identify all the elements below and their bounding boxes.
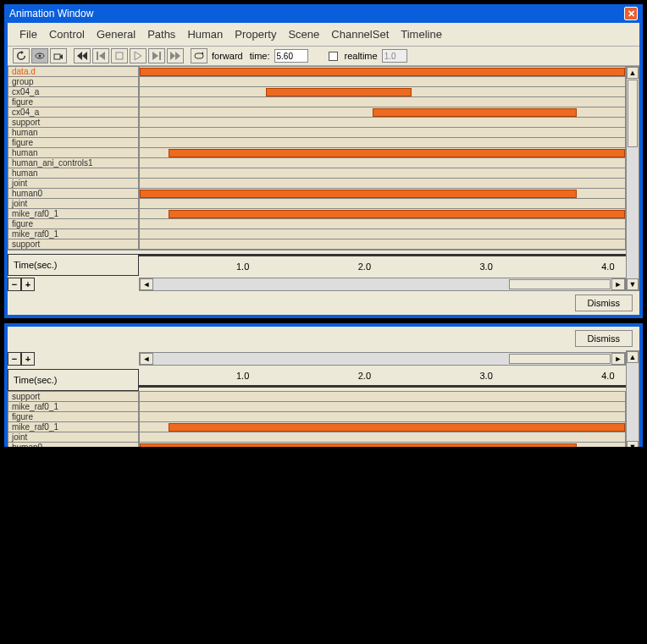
scroll-left-icon[interactable]: ◄ bbox=[140, 278, 153, 290]
timeline-row[interactable] bbox=[140, 432, 625, 443]
clip-bar[interactable] bbox=[140, 443, 577, 448]
timeline-area[interactable] bbox=[139, 66, 626, 250]
timeline-row[interactable] bbox=[140, 239, 625, 250]
h-scrollbar-2[interactable]: ◄ ► bbox=[139, 352, 626, 366]
speed-input[interactable] bbox=[382, 49, 407, 63]
menu-scene[interactable]: Scene bbox=[283, 26, 324, 42]
track-label[interactable]: figure bbox=[8, 219, 138, 229]
clip-bar[interactable] bbox=[169, 149, 625, 157]
track-label[interactable]: joint bbox=[8, 432, 138, 443]
timeline-row[interactable] bbox=[140, 179, 625, 189]
track-label[interactable]: joint bbox=[8, 199, 138, 209]
camera-icon[interactable] bbox=[50, 48, 67, 63]
timeline-row[interactable] bbox=[140, 128, 625, 138]
scroll-down-icon[interactable]: ▼ bbox=[627, 278, 639, 290]
track-label[interactable]: figure bbox=[8, 97, 138, 107]
timeline-row[interactable] bbox=[140, 229, 625, 239]
realtime-checkbox[interactable] bbox=[329, 52, 338, 61]
timeline-row[interactable] bbox=[140, 412, 625, 422]
scroll-right-icon[interactable]: ► bbox=[611, 278, 625, 290]
track-label[interactable]: cx04_a bbox=[8, 107, 138, 118]
menu-human[interactable]: Human bbox=[182, 26, 228, 42]
track-label[interactable]: mike_raf0_1 bbox=[8, 209, 138, 219]
menu-control[interactable]: Control bbox=[44, 26, 90, 42]
v-scrollbar[interactable]: ▲ ▼ bbox=[626, 66, 639, 291]
track-label[interactable]: support bbox=[8, 392, 138, 402]
eye-icon[interactable] bbox=[31, 48, 48, 63]
timeline-row[interactable] bbox=[140, 77, 625, 87]
timeline-row[interactable] bbox=[140, 107, 625, 118]
timeline-row[interactable] bbox=[140, 87, 625, 97]
play-icon[interactable] bbox=[130, 48, 147, 63]
track-label[interactable]: human bbox=[8, 128, 138, 138]
menu-property[interactable]: Property bbox=[229, 26, 281, 42]
menu-general[interactable]: General bbox=[91, 26, 141, 42]
zoom-out-button[interactable]: − bbox=[8, 278, 21, 291]
dismiss-button[interactable]: Dismiss bbox=[575, 294, 633, 311]
timeline-row[interactable] bbox=[140, 148, 625, 158]
scroll-left-icon-2[interactable]: ◄ bbox=[140, 353, 153, 365]
refresh-icon[interactable] bbox=[13, 48, 30, 63]
h-scrollbar[interactable]: ◄ ► bbox=[139, 278, 626, 291]
track-label[interactable]: group bbox=[8, 77, 138, 87]
clip-bar[interactable] bbox=[169, 210, 625, 218]
timeline-area-2[interactable] bbox=[139, 391, 626, 448]
track-label[interactable]: human bbox=[8, 148, 138, 158]
menu-paths[interactable]: Paths bbox=[142, 26, 180, 42]
titlebar[interactable]: Animation Window ✕ bbox=[4, 4, 643, 23]
scroll-down-icon-2[interactable]: ▼ bbox=[627, 441, 639, 448]
scroll-right-icon-2[interactable]: ► bbox=[611, 353, 625, 365]
menu-file[interactable]: File bbox=[14, 26, 42, 42]
timeline-row[interactable] bbox=[140, 189, 625, 199]
track-label[interactable]: cx04_a bbox=[8, 87, 138, 97]
scroll-up-icon[interactable]: ▲ bbox=[627, 67, 639, 79]
track-label[interactable]: mike_raf0_1 bbox=[8, 422, 138, 432]
timeline-row[interactable] bbox=[140, 118, 625, 128]
menu-channelset[interactable]: ChannelSet bbox=[326, 26, 394, 42]
track-label[interactable]: human_ani_controls1 bbox=[8, 158, 138, 168]
close-icon[interactable]: ✕ bbox=[624, 7, 638, 20]
scroll-up-icon-2[interactable]: ▲ bbox=[627, 351, 639, 363]
step-fwd-icon[interactable] bbox=[148, 48, 165, 63]
track-label[interactable]: human bbox=[8, 168, 138, 179]
zoom-out-button-2[interactable]: − bbox=[8, 352, 21, 366]
timeline-row[interactable] bbox=[140, 402, 625, 412]
clip-bar[interactable] bbox=[266, 88, 412, 96]
timeline-row[interactable] bbox=[140, 158, 625, 168]
scroll-thumb[interactable] bbox=[628, 80, 638, 147]
timeline-row[interactable] bbox=[140, 392, 625, 402]
clip-bar[interactable] bbox=[140, 190, 577, 198]
timeline-row[interactable] bbox=[140, 422, 625, 432]
loop-icon[interactable] bbox=[191, 48, 207, 63]
track-label[interactable]: joint bbox=[8, 179, 138, 189]
clip-bar[interactable] bbox=[169, 423, 625, 432]
track-label[interactable]: figure bbox=[8, 412, 138, 422]
ffwd-icon[interactable] bbox=[167, 48, 184, 63]
zoom-in-button[interactable]: + bbox=[21, 278, 35, 291]
time-input[interactable] bbox=[274, 49, 308, 63]
track-label[interactable]: data.d bbox=[8, 67, 138, 77]
timeline-row[interactable] bbox=[140, 168, 625, 179]
track-label[interactable]: figure bbox=[8, 138, 138, 148]
timeline-row[interactable] bbox=[140, 209, 625, 219]
timeline-row[interactable] bbox=[140, 219, 625, 229]
scroll-thumb-2[interactable] bbox=[509, 354, 611, 364]
track-label[interactable]: mike_raf0_1 bbox=[8, 229, 138, 239]
clip-bar[interactable] bbox=[140, 68, 625, 76]
timeline-row[interactable] bbox=[140, 138, 625, 148]
track-label[interactable]: human0 bbox=[8, 189, 138, 199]
scroll-thumb[interactable] bbox=[509, 279, 611, 289]
clip-bar[interactable] bbox=[373, 108, 577, 117]
menu-timeline[interactable]: Timeline bbox=[395, 26, 447, 42]
dismiss-button-2[interactable]: Dismiss bbox=[575, 330, 633, 347]
timeline-row[interactable] bbox=[140, 199, 625, 209]
track-label[interactable]: support bbox=[8, 118, 138, 128]
timeline-row[interactable] bbox=[140, 97, 625, 107]
rewind-icon[interactable] bbox=[74, 48, 91, 63]
timeline-row[interactable] bbox=[140, 67, 625, 77]
track-label[interactable]: mike_raf0_1 bbox=[8, 402, 138, 412]
zoom-in-button-2[interactable]: + bbox=[21, 352, 35, 366]
track-label[interactable]: support bbox=[8, 239, 138, 250]
timeline-row[interactable] bbox=[140, 443, 625, 448]
track-label[interactable]: human0 bbox=[8, 443, 138, 448]
